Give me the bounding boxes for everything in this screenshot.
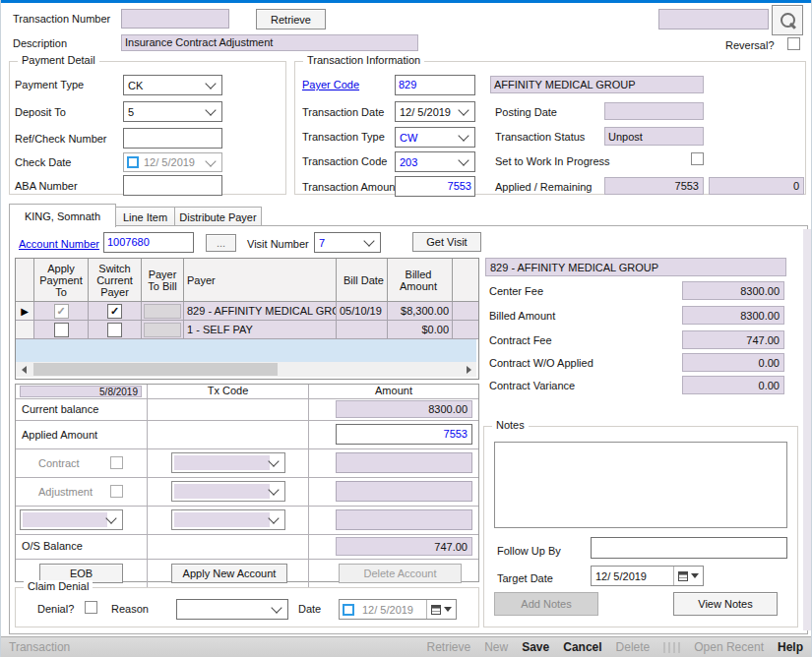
scroll-right-button[interactable] — [461, 362, 476, 377]
visit-number-select[interactable]: 7 — [314, 232, 381, 253]
col-bill-date[interactable]: Bill Date — [337, 259, 388, 302]
denial-reason-select[interactable] — [176, 599, 288, 620]
tab-line-item[interactable]: Line Item — [115, 207, 175, 227]
tab-patient[interactable]: KING, Somnath — [9, 204, 116, 227]
work-in-progress-checkbox[interactable] — [691, 152, 704, 165]
adjustment-amount-input[interactable] — [336, 481, 472, 502]
billed-amount-cell[interactable]: $0.00 — [388, 321, 453, 339]
row-selector[interactable]: ▶ — [16, 302, 34, 321]
payer-row-0[interactable]: ▶ 829 - AFFINITY MEDICAL GROUP 05/10/19 … — [16, 302, 478, 321]
payer-to-bill-cell[interactable] — [144, 323, 181, 337]
payer-summary-title: 829 - AFFINITY MEDICAL GROUP — [485, 258, 786, 276]
notes-textarea[interactable] — [494, 442, 787, 528]
contract-txcode-select[interactable] — [171, 452, 285, 473]
get-visit-button[interactable]: Get Visit — [412, 232, 481, 252]
switch-payer-checkbox[interactable] — [107, 323, 122, 337]
extra-amount-input[interactable] — [336, 509, 472, 530]
contract-variance-field: 0.00 — [682, 376, 784, 394]
extra-txcode-select[interactable] — [171, 509, 285, 530]
denial-date-picker[interactable]: 12/ 5/2019 — [339, 599, 457, 620]
transaction-type-select[interactable]: CW — [395, 127, 475, 148]
denial-checkbox[interactable] — [85, 601, 97, 614]
extra-type-select[interactable] — [20, 509, 123, 530]
os-balance-field: 747.00 — [336, 537, 472, 556]
adjustment-txcode-select[interactable] — [171, 481, 285, 502]
status-new-button[interactable]: New — [484, 640, 508, 654]
account-number-input[interactable]: 1007680 — [103, 232, 194, 253]
status-retrieve-button[interactable]: Retrieve — [426, 640, 470, 654]
delete-account-button[interactable]: Delete Account — [339, 564, 462, 583]
scrollbar-thumb[interactable] — [33, 363, 278, 376]
window-accent-bar — [1, 0, 811, 3]
billed-amount-cell[interactable]: $8,300.00 — [388, 302, 453, 321]
follow-up-by-input[interactable] — [591, 537, 787, 559]
col-billed-amount[interactable]: Billed Amount — [388, 259, 453, 302]
retrieve-button[interactable]: Retrieve — [256, 9, 326, 30]
status-delete-button[interactable]: Delete — [616, 640, 651, 654]
transaction-date-picker[interactable]: 12/ 5/2019 — [395, 101, 475, 122]
target-date-picker[interactable]: 12/ 5/2019 — [591, 566, 704, 586]
row-selector[interactable]: ▶ — [16, 321, 34, 339]
payer-code-input[interactable]: 829 — [395, 75, 475, 95]
status-open-recent-button[interactable]: Open Recent — [694, 640, 764, 654]
ref-check-number-input[interactable] — [123, 128, 222, 149]
search-button[interactable] — [772, 5, 803, 35]
payment-detail-title: Payment Detail — [18, 54, 99, 66]
account-number-link[interactable]: Account Number — [19, 238, 99, 250]
bill-date-cell[interactable] — [337, 321, 388, 339]
account-browse-button[interactable]: ... — [206, 234, 236, 252]
payer-row-1[interactable]: ▶ 1 - SELF PAY $0.00 — [16, 321, 478, 339]
claim-denial-title: Claim Denial — [24, 580, 93, 592]
deposit-to-select[interactable]: 5 — [123, 101, 222, 122]
col-switch-current-payer[interactable]: Switch Current Payer — [89, 259, 142, 302]
calendar-dropdown-button[interactable] — [426, 600, 456, 619]
aba-number-input[interactable] — [123, 175, 222, 196]
denial-date-checkbox[interactable] — [343, 604, 354, 616]
current-balance-field: 8300.00 — [336, 400, 472, 418]
apply-grid-header-row: 5/8/2019 Tx Code Amount — [16, 385, 478, 399]
payment-type-select[interactable]: CK — [123, 75, 222, 95]
transaction-code-select[interactable]: 203 — [395, 151, 475, 172]
apply-new-account-button[interactable]: Apply New Account — [171, 564, 287, 583]
view-notes-button[interactable]: View Notes — [673, 592, 778, 616]
chevron-down-icon — [205, 155, 216, 166]
remaining-field: 0 — [709, 177, 804, 195]
contract-amount-input[interactable] — [336, 452, 472, 473]
add-notes-button[interactable]: Add Notes — [494, 592, 598, 616]
status-save-button[interactable]: Save — [522, 640, 549, 654]
grid-horizontal-scrollbar[interactable] — [16, 362, 476, 377]
transaction-type-label: Transaction Type — [302, 131, 385, 143]
bill-date-cell[interactable]: 05/10/19 — [337, 302, 388, 321]
status-help-button[interactable]: Help — [778, 640, 803, 654]
clipped-cell — [453, 321, 478, 339]
apply-payment-checkbox[interactable] — [54, 323, 69, 337]
os-balance-row: O/S Balance 747.00 — [16, 535, 478, 560]
payer-code-link[interactable]: Payer Code — [302, 79, 359, 90]
amount-header: Amount — [309, 385, 478, 398]
transaction-status-label: Transaction Status — [495, 131, 585, 143]
lookup-field[interactable] — [658, 9, 769, 30]
check-date-picker[interactable]: 12/ 5/2019 — [123, 152, 222, 172]
payer-cell[interactable]: 829 - AFFINITY MEDICAL GROUP — [184, 302, 337, 321]
denial-label: Denial? — [37, 603, 74, 615]
reversal-checkbox[interactable] — [787, 37, 800, 50]
check-date-checkbox[interactable] — [127, 156, 139, 168]
transaction-amount-input[interactable]: 7553 — [395, 176, 475, 197]
payer-to-bill-cell[interactable] — [144, 304, 181, 319]
contract-checkbox[interactable] — [110, 456, 123, 469]
status-cancel-button[interactable]: Cancel — [563, 640, 601, 654]
apply-payment-checkbox[interactable] — [54, 304, 69, 319]
scroll-left-button[interactable] — [16, 362, 31, 377]
applied-amount-input[interactable]: 7553 — [336, 424, 472, 445]
tab-distribute-payer[interactable]: Distribute Payer — [174, 207, 262, 227]
col-clipped — [453, 259, 478, 302]
current-balance-label: Current balance — [22, 403, 98, 415]
payer-cell[interactable]: 1 - SELF PAY — [184, 321, 337, 339]
col-payer[interactable]: Payer — [184, 259, 337, 302]
col-payer-to-bill[interactable]: Payer To Bill — [142, 259, 184, 302]
col-apply-payment-to[interactable]: Apply Payment To — [34, 259, 89, 302]
switch-payer-checkbox[interactable] — [107, 304, 122, 319]
adjustment-checkbox[interactable] — [110, 485, 123, 498]
deposit-to-label: Deposit To — [15, 106, 66, 118]
calendar-dropdown-button[interactable] — [673, 567, 703, 585]
